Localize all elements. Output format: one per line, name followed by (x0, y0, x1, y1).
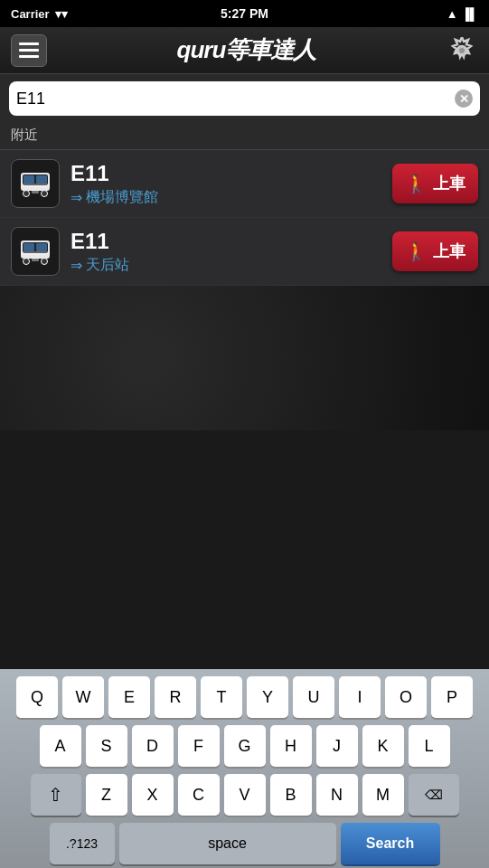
key-a[interactable]: A (40, 725, 81, 767)
clear-button[interactable]: ✕ (455, 90, 473, 108)
key-l[interactable]: L (409, 725, 450, 767)
gear-icon (448, 37, 475, 64)
key-z[interactable]: Z (86, 774, 127, 816)
svg-rect-16 (24, 243, 34, 251)
board-button-2[interactable]: 🚶 上車 (392, 231, 478, 271)
key-symbols[interactable]: .?123 (50, 823, 115, 864)
key-h[interactable]: H (270, 725, 312, 767)
time-label: 5:27 PM (221, 6, 268, 21)
svg-rect-21 (32, 258, 39, 261)
key-v[interactable]: V (224, 774, 266, 816)
header: quru等車達人 (0, 27, 489, 74)
svg-point-11 (24, 191, 30, 197)
location-icon: ▲ (447, 7, 458, 21)
route-item: E11 ⇒ 機場博覽館 🚶 上車 (0, 149, 489, 218)
bus-icon-box (11, 159, 60, 208)
svg-rect-10 (21, 184, 50, 187)
route-info: E11 ⇒ 機場博覽館 (71, 161, 381, 207)
keyboard-row-3: ⇧ Z X C V B N M ⌫ (3, 774, 486, 816)
route-number: E11 (71, 161, 381, 186)
svg-rect-17 (36, 243, 47, 251)
svg-rect-9 (36, 175, 47, 184)
keyboard-row-1: Q W E R T Y U I O P (3, 676, 486, 718)
keyboard: Q W E R T Y U I O P A S D F G H J K L ⇧ … (0, 669, 489, 868)
walking-icon: 🚶 (405, 241, 428, 262)
svg-point-12 (42, 191, 48, 197)
board-label-2: 上車 (433, 241, 465, 262)
key-m[interactable]: M (362, 774, 404, 816)
key-g[interactable]: G (224, 725, 266, 767)
svg-rect-18 (21, 251, 50, 255)
keyboard-row-4: .?123 space Search (3, 823, 486, 864)
key-f[interactable]: F (178, 725, 220, 767)
content-area (0, 286, 489, 430)
key-u[interactable]: U (293, 676, 334, 718)
key-c[interactable]: C (178, 774, 220, 816)
key-e[interactable]: E (108, 676, 150, 718)
walking-icon: 🚶 (405, 173, 428, 194)
board-label-1: 上車 (433, 173, 465, 194)
nearby-label: 附近 (0, 123, 489, 149)
board-button-1[interactable]: 🚶 上車 (392, 164, 478, 203)
svg-rect-1 (19, 49, 39, 52)
keyboard-row-2: A S D F G H J K L (3, 725, 486, 767)
route-item: E11 ⇒ 天后站 🚶 上車 (0, 218, 489, 286)
key-q[interactable]: Q (16, 676, 58, 718)
route-destination: ⇒ 機場博覽館 (71, 188, 381, 207)
key-n[interactable]: N (316, 774, 358, 816)
key-i[interactable]: I (339, 676, 381, 718)
key-r[interactable]: R (155, 676, 196, 718)
status-bar: Carrier ▾▾ 5:27 PM ▲ ▐▌ (0, 0, 489, 27)
bus-icon-box (11, 227, 60, 276)
key-x[interactable]: X (132, 774, 174, 816)
route-number: E11 (71, 229, 381, 254)
search-bar: ✕ (9, 81, 480, 116)
key-s[interactable]: S (86, 725, 127, 767)
key-k[interactable]: K (362, 725, 404, 767)
svg-point-5 (459, 48, 465, 53)
key-p[interactable]: P (431, 676, 473, 718)
key-b[interactable]: B (270, 774, 312, 816)
key-space[interactable]: space (119, 823, 336, 864)
settings-button[interactable] (446, 34, 478, 67)
key-j[interactable]: J (316, 725, 358, 767)
svg-rect-2 (19, 55, 39, 58)
key-backspace[interactable]: ⌫ (409, 774, 459, 816)
search-bar-container: ✕ (0, 74, 489, 123)
route-destination: ⇒ 天后站 (71, 256, 381, 275)
route-dest-text: 機場博覽館 (86, 188, 158, 207)
key-d[interactable]: D (132, 725, 174, 767)
key-t[interactable]: T (201, 676, 242, 718)
route-list: E11 ⇒ 機場博覽館 🚶 上車 E11 (0, 149, 489, 286)
route-info: E11 ⇒ 天后站 (71, 229, 381, 275)
route-arrow-icon: ⇒ (71, 257, 82, 274)
list-button[interactable] (11, 34, 47, 67)
key-search[interactable]: Search (341, 823, 440, 864)
svg-rect-13 (32, 190, 39, 193)
key-w[interactable]: W (62, 676, 104, 718)
battery-icon: ▐▌ (462, 7, 478, 21)
app-title: quru等車達人 (177, 34, 316, 66)
wifi-icon: ▾▾ (55, 7, 68, 21)
route-arrow-icon: ⇒ (71, 189, 82, 206)
search-input[interactable] (16, 90, 455, 108)
bus-icon (19, 167, 52, 200)
svg-rect-0 (19, 42, 39, 45)
svg-rect-8 (24, 175, 34, 184)
key-shift[interactable]: ⇧ (31, 774, 81, 816)
carrier-label: Carrier (11, 7, 50, 21)
route-dest-text: 天后站 (86, 256, 129, 275)
key-o[interactable]: O (385, 676, 427, 718)
bus-icon (19, 235, 52, 268)
list-icon (19, 42, 39, 59)
svg-point-19 (24, 259, 30, 265)
key-y[interactable]: Y (247, 676, 288, 718)
svg-point-20 (42, 259, 48, 265)
